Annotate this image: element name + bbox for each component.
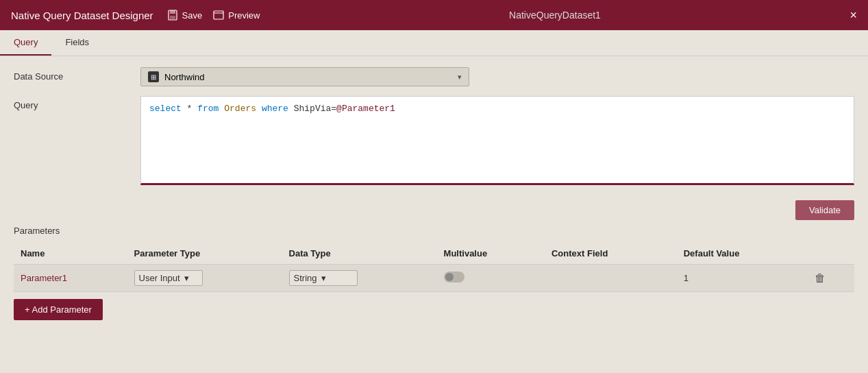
param-multivalue-cell — [437, 265, 545, 292]
app-title: Native Query Dataset Designer — [11, 10, 153, 21]
col-default-value: Default Value — [677, 243, 808, 265]
param-delete-cell: 🗑 — [808, 265, 854, 292]
titlebar: Native Query Dataset Designer Save Previ… — [0, 0, 868, 30]
col-parameter-type: Parameter Type — [127, 243, 282, 265]
datasource-value: Northwind — [164, 72, 205, 82]
preview-action[interactable]: Preview — [213, 10, 260, 21]
dataset-name: NativeQueryDataset1 — [509, 10, 601, 21]
multivalue-toggle[interactable] — [444, 272, 464, 282]
delete-param-button[interactable]: 🗑 — [815, 272, 826, 284]
datasource-control: ⊞ Northwind ▾ — [140, 67, 854, 86]
tabs-bar: Query Fields — [0, 30, 868, 56]
main-content: Data Source ⊞ Northwind ▾ Query select *… — [0, 56, 868, 371]
param-datatype-value: String — [294, 273, 317, 283]
col-context-field: Context Field — [545, 243, 677, 265]
datasource-label: Data Source — [14, 67, 140, 82]
save-label: Save — [182, 10, 203, 21]
col-name: Name — [14, 243, 127, 265]
table-row: Parameter1 User Input ▾ String ▾ — [14, 265, 854, 292]
datasource-row: Data Source ⊞ Northwind ▾ — [14, 67, 854, 86]
param-datatype-chevron-icon: ▾ — [321, 273, 326, 283]
svg-rect-2 — [170, 16, 175, 19]
validate-button[interactable]: Validate — [795, 200, 854, 220]
query-editor-wrapper: select * from Orders where ShipVia=@Para… — [140, 96, 854, 185]
db-icon: ⊞ — [148, 71, 159, 82]
preview-label: Preview — [228, 10, 260, 21]
col-multivalue: Multivalue — [437, 243, 545, 265]
validate-row: Validate — [0, 195, 868, 226]
parameters-table: Name Parameter Type Data Type Multivalue… — [14, 243, 854, 292]
param-context-field-cell — [545, 265, 677, 292]
svg-rect-3 — [214, 11, 223, 19]
param-type-value: User Input — [139, 273, 180, 283]
table-header-row: Name Parameter Type Data Type Multivalue… — [14, 243, 854, 265]
col-actions — [808, 243, 854, 265]
save-icon — [167, 10, 178, 21]
datasource-dropdown[interactable]: ⊞ Northwind ▾ — [140, 67, 469, 86]
query-row: Query select * from Orders where ShipVia… — [14, 96, 854, 185]
parameters-title: Parameters — [14, 226, 854, 236]
close-button[interactable]: × — [850, 8, 857, 23]
param-type-cell: User Input ▾ — [127, 265, 282, 292]
query-label: Query — [14, 96, 140, 110]
param-default-value-cell: 1 — [677, 265, 808, 292]
query-display[interactable]: select * from Orders where ShipVia=@Para… — [140, 96, 854, 185]
tab-fields[interactable]: Fields — [51, 30, 103, 56]
datasource-dropdown-inner: ⊞ Northwind — [148, 71, 205, 82]
param-type-dropdown[interactable]: User Input ▾ — [134, 270, 203, 286]
parameters-section: Parameters Name Parameter Type Data Type… — [0, 226, 868, 292]
tab-query[interactable]: Query — [0, 30, 51, 56]
chevron-down-icon: ▾ — [458, 73, 462, 82]
preview-icon — [213, 10, 224, 21]
svg-rect-1 — [170, 10, 175, 14]
param-name: Parameter1 — [14, 265, 127, 292]
titlebar-left: Native Query Dataset Designer Save Previ… — [11, 10, 260, 21]
form-area: Data Source ⊞ Northwind ▾ Query select *… — [0, 56, 868, 195]
save-action[interactable]: Save — [167, 10, 203, 21]
param-datatype-dropdown[interactable]: String ▾ — [289, 270, 358, 286]
titlebar-actions: Save Preview — [167, 10, 260, 21]
param-datatype-cell: String ▾ — [282, 265, 437, 292]
add-parameter-button[interactable]: + Add Parameter — [14, 299, 103, 320]
col-data-type: Data Type — [282, 243, 437, 265]
param-type-chevron-icon: ▾ — [184, 273, 189, 283]
